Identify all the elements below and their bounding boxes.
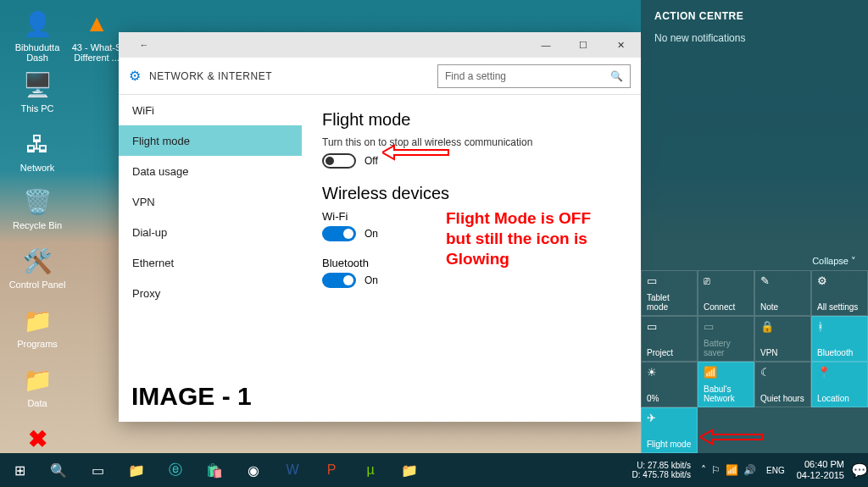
- notifications-button[interactable]: 💬: [851, 453, 868, 487]
- settings-header: ⚙ NETWORK & INTERNET Find a setting 🔍: [119, 58, 641, 95]
- tile-connect[interactable]: ⎚Connect: [698, 270, 754, 316]
- back-button[interactable]: ←: [125, 32, 163, 58]
- flight-mode-heading: Flight mode: [322, 110, 620, 130]
- system-tray[interactable]: ˄ ⚐ 📶 🔊: [696, 464, 761, 476]
- volume-icon[interactable]: 🔊: [743, 464, 756, 476]
- clock[interactable]: 06:40 PM 04-12-2015: [790, 459, 851, 480]
- settings-window: ← — ☐ ✕ ⚙ NETWORK & INTERNET Find a sett…: [119, 32, 641, 422]
- edge-icon[interactable]: ⓔ: [156, 453, 195, 487]
- tray-up-icon[interactable]: ˄: [701, 464, 706, 476]
- settings-content: Flight mode Turn this on to stop all wir…: [302, 95, 641, 422]
- utorrent-icon[interactable]: µ: [351, 453, 390, 487]
- window-titlebar[interactable]: ← — ☐ ✕: [119, 32, 641, 58]
- chrome-icon[interactable]: ◉: [234, 453, 273, 487]
- search-input[interactable]: Find a setting 🔍: [437, 64, 631, 88]
- flight-mode-desc: Turn this on to stop all wireless commun…: [322, 136, 620, 148]
- sidebar-item-ethernet[interactable]: Ethernet: [119, 247, 302, 278]
- action-centre-title: ACTION CENTRE: [641, 0, 868, 25]
- tile-quiet-hours[interactable]: ☾Quiet hours: [754, 362, 811, 407]
- start-button[interactable]: ⊞: [0, 453, 39, 487]
- sidebar-item-flight-mode[interactable]: Flight mode: [119, 125, 302, 156]
- minimize-button[interactable]: —: [527, 32, 565, 58]
- wireless-heading: Wireless devices: [322, 184, 620, 203]
- network-stats: U: 27.85 kbit/s D: 475.78 kbit/s: [627, 461, 696, 479]
- desktop-icon-this-pc[interactable]: 🖥️This PC: [7, 68, 68, 113]
- desktop-icon-programs[interactable]: 📁Programs: [7, 303, 68, 349]
- tile-babul-s-network[interactable]: 📶Babul's Network: [698, 362, 754, 407]
- desktop-icon-user[interactable]: 👤Bibhudutta Dash: [7, 7, 68, 63]
- sidebar-item-data-usage[interactable]: Data usage: [119, 156, 302, 186]
- tile-project[interactable]: ▭Project: [641, 316, 698, 362]
- image-tag: IMAGE - 1: [131, 382, 252, 411]
- tile-bluetooth[interactable]: ᚼBluetooth: [811, 316, 868, 362]
- flight-mode-state: Off: [364, 155, 378, 167]
- tile-all-settings[interactable]: ⚙All settings: [811, 270, 868, 316]
- sidebar-item-vpn[interactable]: VPN: [119, 186, 302, 217]
- tile-note[interactable]: ✎Note: [754, 270, 811, 316]
- explorer-active-icon[interactable]: 📁: [390, 453, 429, 487]
- flag-icon[interactable]: ⚐: [711, 464, 721, 476]
- desktop-icon-recycle-bin[interactable]: 🗑️Recycle Bin: [7, 185, 68, 230]
- maximize-button[interactable]: ☐: [565, 32, 602, 58]
- file-explorer-icon[interactable]: 📁: [117, 453, 156, 487]
- wifi-state: On: [364, 228, 378, 240]
- wifi-tray-icon[interactable]: 📶: [726, 464, 738, 476]
- annotation-text: Flight Mode is OFF but still the icon is…: [446, 208, 591, 268]
- settings-sidebar: WiFiFlight modeData usageVPNDial-upEther…: [119, 95, 302, 422]
- taskbar: ⊞ 🔍 ▭ 📁 ⓔ 🛍️ ◉ W P µ 📁 U: 27.85 kbit/s D…: [0, 453, 868, 487]
- task-view-button[interactable]: ▭: [78, 453, 117, 487]
- svg-marker-1: [700, 430, 763, 444]
- tile-location[interactable]: 📍Location: [811, 362, 868, 407]
- close-button[interactable]: ✕: [602, 32, 639, 58]
- action-centre: ACTION CENTRE No new notifications Colla…: [641, 0, 868, 453]
- collapse-button[interactable]: Collapse ˅: [641, 252, 868, 270]
- quick-action-tiles: ▭Tablet mode⎚Connect✎Note⚙All settings▭P…: [641, 270, 868, 453]
- sidebar-item-wifi[interactable]: WiFi: [119, 95, 302, 125]
- search-icon: 🔍: [610, 70, 623, 82]
- tile-tablet-mode[interactable]: ▭Tablet mode: [641, 270, 698, 316]
- desktop-icon-data[interactable]: 📁Data: [7, 362, 68, 408]
- desktop-icon-control-panel[interactable]: 🛠️Control Panel: [7, 244, 68, 290]
- page-title: NETWORK & INTERNET: [149, 70, 437, 82]
- sidebar-item-dial-up[interactable]: Dial-up: [119, 217, 302, 247]
- store-icon[interactable]: 🛍️: [195, 453, 234, 487]
- action-centre-message: No new notifications: [641, 25, 868, 51]
- tile-vpn[interactable]: 🔒VPN: [754, 316, 811, 362]
- tile-battery-saver[interactable]: ▭Battery saver: [698, 316, 754, 362]
- tile-0-[interactable]: ☀0%: [641, 362, 698, 407]
- flight-mode-toggle[interactable]: [322, 153, 356, 169]
- wifi-toggle[interactable]: [322, 226, 356, 241]
- language-indicator[interactable]: ENG: [761, 466, 790, 475]
- word-icon[interactable]: W: [273, 453, 312, 487]
- tile-flight-mode[interactable]: ✈Flight mode: [641, 407, 698, 453]
- desktop-icon-network[interactable]: 🖧Network: [7, 127, 68, 173]
- gear-icon: ⚙: [129, 68, 141, 84]
- bluetooth-toggle[interactable]: [322, 273, 356, 288]
- annotation-arrow-1: [382, 144, 450, 161]
- bluetooth-state: On: [364, 274, 378, 286]
- ppt-icon[interactable]: P: [312, 453, 351, 487]
- search-button[interactable]: 🔍: [39, 453, 78, 487]
- svg-marker-0: [382, 146, 448, 159]
- sidebar-item-proxy[interactable]: Proxy: [119, 278, 302, 308]
- annotation-arrow-2: [700, 429, 765, 448]
